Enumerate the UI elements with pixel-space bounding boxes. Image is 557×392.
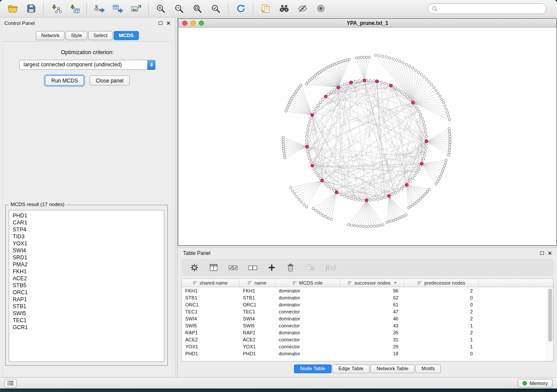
ring-node[interactable] bbox=[416, 107, 419, 110]
mcds-hub-node[interactable] bbox=[363, 79, 366, 82]
ring-node[interactable] bbox=[317, 174, 319, 177]
leaf-node[interactable] bbox=[415, 69, 417, 71]
mcds-hub-node[interactable] bbox=[335, 191, 338, 194]
tab-edge-table[interactable]: Edge Table bbox=[332, 364, 370, 373]
ring-node[interactable] bbox=[423, 124, 426, 127]
ring-node[interactable] bbox=[369, 79, 372, 82]
table-row[interactable]: STB1STB1dominator620 bbox=[182, 294, 553, 301]
ring-node[interactable] bbox=[423, 154, 426, 157]
leaf-node[interactable] bbox=[355, 57, 357, 59]
ring-node[interactable] bbox=[330, 91, 333, 93]
leaf-node[interactable] bbox=[448, 130, 450, 132]
memory-button[interactable]: Memory bbox=[518, 379, 553, 388]
ring-node[interactable] bbox=[327, 93, 330, 96]
leaf-node[interactable] bbox=[370, 225, 373, 227]
ring-node[interactable] bbox=[419, 113, 422, 116]
float-table-panel-icon[interactable] bbox=[540, 251, 544, 255]
leaf-node[interactable] bbox=[315, 209, 317, 211]
show-graphics-details-button[interactable] bbox=[311, 2, 330, 16]
mcds-result-item[interactable]: SWI4 bbox=[13, 247, 164, 254]
leaf-node[interactable] bbox=[408, 65, 411, 67]
leaf-node[interactable] bbox=[379, 224, 381, 227]
leaf-node[interactable] bbox=[330, 218, 332, 220]
save-session-button[interactable] bbox=[22, 2, 40, 16]
select-all-button[interactable] bbox=[228, 264, 238, 272]
ring-node[interactable] bbox=[305, 139, 308, 142]
leaf-node[interactable] bbox=[448, 151, 450, 153]
ring-node[interactable] bbox=[425, 131, 427, 134]
mcds-result-item[interactable]: STP4 bbox=[13, 226, 164, 233]
leaf-node[interactable] bbox=[312, 207, 314, 210]
table-row[interactable]: TEC1TEC1connector472 bbox=[182, 308, 553, 315]
mcds-result-item[interactable]: PMA2 bbox=[13, 261, 164, 268]
leaf-node[interactable] bbox=[445, 108, 447, 110]
ring-node[interactable] bbox=[358, 79, 360, 82]
leaf-node[interactable] bbox=[382, 224, 384, 226]
mcds-result-item[interactable]: YOX1 bbox=[13, 240, 164, 247]
leaf-node[interactable] bbox=[353, 224, 355, 227]
leaf-node[interactable] bbox=[433, 86, 435, 89]
leaf-node[interactable] bbox=[420, 73, 422, 76]
ring-node[interactable] bbox=[425, 135, 428, 138]
ring-node[interactable] bbox=[394, 86, 397, 89]
network-window-titlebar[interactable]: YPA_prune.txt_1 bbox=[178, 19, 557, 28]
open-session-button[interactable] bbox=[3, 2, 22, 16]
ring-node[interactable] bbox=[324, 183, 327, 186]
tab-motifs[interactable]: Motifs bbox=[415, 364, 441, 373]
leaf-node[interactable] bbox=[356, 225, 358, 227]
close-window-icon[interactable] bbox=[182, 21, 187, 26]
deselect-all-button[interactable] bbox=[248, 264, 257, 272]
ring-node[interactable] bbox=[422, 158, 425, 160]
ring-node[interactable] bbox=[373, 199, 375, 201]
leaf-node[interactable] bbox=[448, 148, 450, 151]
mcds-result-item[interactable]: GCR1 bbox=[13, 324, 164, 331]
ring-node[interactable] bbox=[306, 131, 308, 134]
leaf-node[interactable] bbox=[284, 157, 286, 159]
leaf-node[interactable] bbox=[436, 180, 439, 182]
ring-node[interactable] bbox=[308, 120, 311, 123]
table-row[interactable]: RAP1RAP1dominator352 bbox=[182, 329, 553, 336]
ring-node[interactable] bbox=[418, 168, 420, 171]
tab-mcds[interactable]: MCDS bbox=[114, 31, 139, 40]
mcds-result-item[interactable]: PHD1 bbox=[13, 212, 164, 219]
leaf-node[interactable] bbox=[367, 225, 370, 227]
leaf-node[interactable] bbox=[285, 110, 287, 112]
mcds-result-item[interactable]: CAR1 bbox=[13, 219, 164, 226]
mcds-result-item[interactable]: STB1 bbox=[13, 303, 164, 310]
leaf-node[interactable] bbox=[322, 214, 324, 217]
leaf-node[interactable] bbox=[358, 56, 360, 58]
leaf-node[interactable] bbox=[442, 102, 444, 104]
ring-node[interactable] bbox=[350, 197, 353, 200]
leaf-node[interactable] bbox=[366, 56, 368, 58]
ring-node[interactable] bbox=[424, 150, 427, 153]
create-column-button[interactable] bbox=[268, 264, 276, 272]
leaf-node[interactable] bbox=[449, 138, 451, 140]
mcds-hub-node[interactable] bbox=[405, 183, 408, 186]
mcds-hub-node[interactable] bbox=[425, 140, 428, 143]
leaf-node[interactable] bbox=[444, 105, 446, 107]
table-row[interactable]: ACE2ACE2connector311 bbox=[182, 336, 553, 343]
leaf-node[interactable] bbox=[443, 167, 445, 169]
leaf-node[interactable] bbox=[294, 193, 296, 195]
mcds-result-item[interactable]: ORC1 bbox=[13, 289, 164, 296]
leaf-node[interactable] bbox=[402, 62, 404, 64]
mcds-result-item[interactable]: TID3 bbox=[13, 233, 164, 240]
leaf-node[interactable] bbox=[374, 54, 377, 56]
ring-node[interactable] bbox=[343, 195, 346, 197]
mcds-result-item[interactable]: FKH1 bbox=[13, 268, 164, 275]
export-network-button[interactable] bbox=[90, 2, 108, 16]
leaf-node[interactable] bbox=[439, 175, 441, 177]
leaf-node[interactable] bbox=[283, 152, 285, 154]
leaf-node[interactable] bbox=[290, 187, 292, 189]
ring-node[interactable] bbox=[354, 198, 356, 200]
leaf-node[interactable] bbox=[282, 143, 284, 145]
leaf-node[interactable] bbox=[425, 192, 427, 194]
leaf-node[interactable] bbox=[298, 198, 300, 200]
leaf-node[interactable] bbox=[363, 56, 365, 58]
leaf-node[interactable] bbox=[381, 55, 384, 57]
hide-graphics-details-button[interactable] bbox=[293, 2, 311, 16]
leaf-node[interactable] bbox=[405, 214, 407, 216]
leaf-node[interactable] bbox=[408, 206, 410, 209]
table-settings-button[interactable] bbox=[190, 263, 199, 272]
leaf-node[interactable] bbox=[399, 60, 401, 62]
